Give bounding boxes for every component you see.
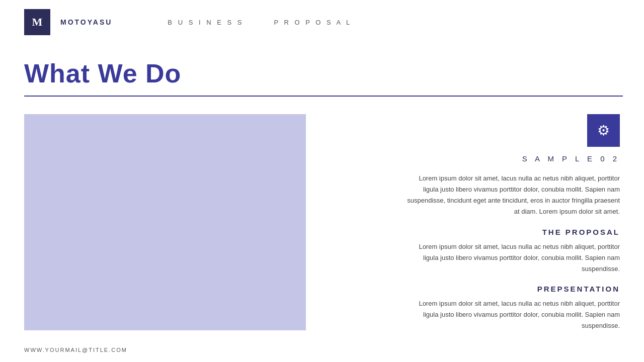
section-heading-1: THE PROPOSAL (542, 228, 620, 236)
brand-name: MOTOYASU (60, 18, 112, 26)
sample-label: S A M P L E 0 2 (522, 154, 620, 163)
logo-letter: M (32, 16, 43, 29)
section-heading-2: PREPSENTATION (537, 285, 620, 293)
body-text-3: Lorem ipsum dolor sit amet, lacus nulla … (404, 298, 620, 331)
page-title: What We Do (24, 59, 620, 88)
footer-email: WWW.YOURMAIL@TITLE.COM (24, 347, 127, 353)
nav-item-business[interactable]: B U S I N E S S (168, 19, 244, 26)
right-content: ⚙ S A M P L E 0 2 Lorem ipsum dolor sit … (326, 114, 620, 341)
footer: WWW.YOURMAIL@TITLE.COM (24, 347, 127, 353)
gear-icon-box: ⚙ (587, 114, 620, 147)
main-content: ⚙ S A M P L E 0 2 Lorem ipsum dolor sit … (0, 114, 644, 341)
title-divider (24, 96, 623, 97)
header: M MOTOYASU B U S I N E S S P R O P O S A… (0, 0, 644, 44)
gear-icon: ⚙ (597, 122, 610, 139)
nav-links: B U S I N E S S P R O P O S A L (168, 19, 352, 26)
nav-item-proposal[interactable]: P R O P O S A L (274, 19, 352, 26)
body-text-2: Lorem ipsum dolor sit amet, lacus nulla … (404, 241, 620, 275)
page-title-section: What We Do (0, 44, 644, 104)
image-placeholder (24, 114, 306, 330)
logo-box: M (24, 9, 50, 35)
body-text-1: Lorem ipsum dolor sit amet, lacus nulla … (404, 173, 620, 217)
